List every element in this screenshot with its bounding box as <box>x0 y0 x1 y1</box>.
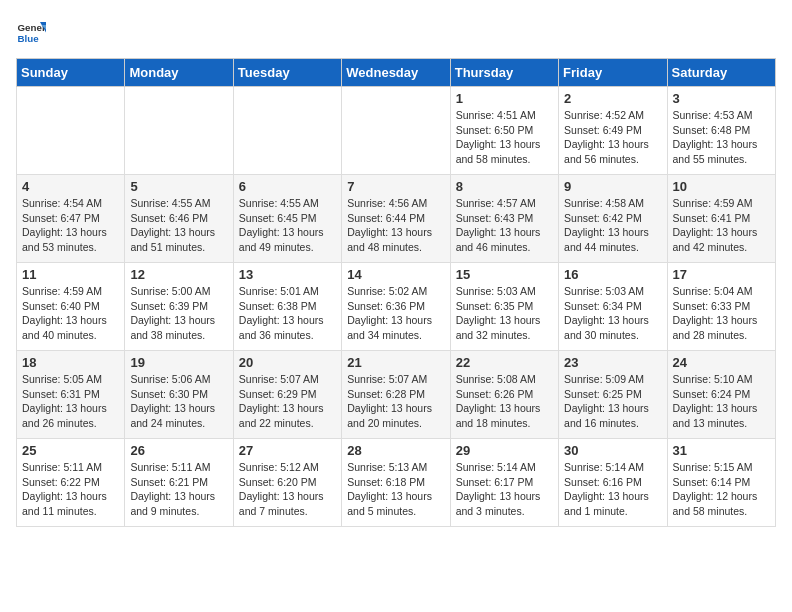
day-info: Sunrise: 5:03 AM Sunset: 6:34 PM Dayligh… <box>564 284 661 343</box>
header-saturday: Saturday <box>667 59 775 87</box>
logo-icon: General Blue <box>16 16 46 46</box>
calendar-cell: 22Sunrise: 5:08 AM Sunset: 6:26 PM Dayli… <box>450 351 558 439</box>
day-number: 16 <box>564 267 661 282</box>
day-info: Sunrise: 4:54 AM Sunset: 6:47 PM Dayligh… <box>22 196 119 255</box>
header-friday: Friday <box>559 59 667 87</box>
day-number: 31 <box>673 443 770 458</box>
calendar-cell <box>342 87 450 175</box>
calendar-cell: 17Sunrise: 5:04 AM Sunset: 6:33 PM Dayli… <box>667 263 775 351</box>
day-info: Sunrise: 4:58 AM Sunset: 6:42 PM Dayligh… <box>564 196 661 255</box>
day-info: Sunrise: 4:56 AM Sunset: 6:44 PM Dayligh… <box>347 196 444 255</box>
day-info: Sunrise: 4:51 AM Sunset: 6:50 PM Dayligh… <box>456 108 553 167</box>
calendar-cell: 6Sunrise: 4:55 AM Sunset: 6:45 PM Daylig… <box>233 175 341 263</box>
calendar-cell: 10Sunrise: 4:59 AM Sunset: 6:41 PM Dayli… <box>667 175 775 263</box>
day-number: 27 <box>239 443 336 458</box>
day-number: 1 <box>456 91 553 106</box>
day-number: 15 <box>456 267 553 282</box>
day-info: Sunrise: 4:59 AM Sunset: 6:40 PM Dayligh… <box>22 284 119 343</box>
day-number: 12 <box>130 267 227 282</box>
day-info: Sunrise: 4:52 AM Sunset: 6:49 PM Dayligh… <box>564 108 661 167</box>
day-number: 8 <box>456 179 553 194</box>
calendar-cell: 18Sunrise: 5:05 AM Sunset: 6:31 PM Dayli… <box>17 351 125 439</box>
day-number: 19 <box>130 355 227 370</box>
calendar-cell <box>17 87 125 175</box>
day-info: Sunrise: 4:57 AM Sunset: 6:43 PM Dayligh… <box>456 196 553 255</box>
calendar-cell: 12Sunrise: 5:00 AM Sunset: 6:39 PM Dayli… <box>125 263 233 351</box>
day-info: Sunrise: 4:55 AM Sunset: 6:45 PM Dayligh… <box>239 196 336 255</box>
calendar-cell: 4Sunrise: 4:54 AM Sunset: 6:47 PM Daylig… <box>17 175 125 263</box>
day-number: 14 <box>347 267 444 282</box>
calendar-cell: 15Sunrise: 5:03 AM Sunset: 6:35 PM Dayli… <box>450 263 558 351</box>
page-header: General Blue <box>16 16 776 46</box>
calendar-week-row: 11Sunrise: 4:59 AM Sunset: 6:40 PM Dayli… <box>17 263 776 351</box>
day-number: 24 <box>673 355 770 370</box>
day-number: 4 <box>22 179 119 194</box>
day-number: 18 <box>22 355 119 370</box>
header-sunday: Sunday <box>17 59 125 87</box>
calendar-cell: 25Sunrise: 5:11 AM Sunset: 6:22 PM Dayli… <box>17 439 125 527</box>
day-info: Sunrise: 5:14 AM Sunset: 6:16 PM Dayligh… <box>564 460 661 519</box>
calendar-week-row: 4Sunrise: 4:54 AM Sunset: 6:47 PM Daylig… <box>17 175 776 263</box>
day-info: Sunrise: 5:07 AM Sunset: 6:29 PM Dayligh… <box>239 372 336 431</box>
calendar-cell: 29Sunrise: 5:14 AM Sunset: 6:17 PM Dayli… <box>450 439 558 527</box>
calendar-cell: 11Sunrise: 4:59 AM Sunset: 6:40 PM Dayli… <box>17 263 125 351</box>
calendar-cell: 23Sunrise: 5:09 AM Sunset: 6:25 PM Dayli… <box>559 351 667 439</box>
day-number: 22 <box>456 355 553 370</box>
day-info: Sunrise: 5:05 AM Sunset: 6:31 PM Dayligh… <box>22 372 119 431</box>
day-info: Sunrise: 5:12 AM Sunset: 6:20 PM Dayligh… <box>239 460 336 519</box>
day-number: 20 <box>239 355 336 370</box>
calendar-cell: 27Sunrise: 5:12 AM Sunset: 6:20 PM Dayli… <box>233 439 341 527</box>
day-info: Sunrise: 5:09 AM Sunset: 6:25 PM Dayligh… <box>564 372 661 431</box>
day-info: Sunrise: 5:11 AM Sunset: 6:22 PM Dayligh… <box>22 460 119 519</box>
calendar-table: SundayMondayTuesdayWednesdayThursdayFrid… <box>16 58 776 527</box>
day-number: 29 <box>456 443 553 458</box>
calendar-cell <box>233 87 341 175</box>
calendar-header-row: SundayMondayTuesdayWednesdayThursdayFrid… <box>17 59 776 87</box>
header-monday: Monday <box>125 59 233 87</box>
header-tuesday: Tuesday <box>233 59 341 87</box>
calendar-cell: 14Sunrise: 5:02 AM Sunset: 6:36 PM Dayli… <box>342 263 450 351</box>
day-number: 9 <box>564 179 661 194</box>
calendar-cell: 20Sunrise: 5:07 AM Sunset: 6:29 PM Dayli… <box>233 351 341 439</box>
calendar-cell: 21Sunrise: 5:07 AM Sunset: 6:28 PM Dayli… <box>342 351 450 439</box>
day-number: 11 <box>22 267 119 282</box>
day-info: Sunrise: 5:07 AM Sunset: 6:28 PM Dayligh… <box>347 372 444 431</box>
day-info: Sunrise: 5:00 AM Sunset: 6:39 PM Dayligh… <box>130 284 227 343</box>
day-number: 5 <box>130 179 227 194</box>
day-info: Sunrise: 5:15 AM Sunset: 6:14 PM Dayligh… <box>673 460 770 519</box>
day-number: 30 <box>564 443 661 458</box>
day-number: 28 <box>347 443 444 458</box>
header-thursday: Thursday <box>450 59 558 87</box>
calendar-cell: 3Sunrise: 4:53 AM Sunset: 6:48 PM Daylig… <box>667 87 775 175</box>
day-info: Sunrise: 5:06 AM Sunset: 6:30 PM Dayligh… <box>130 372 227 431</box>
calendar-cell: 8Sunrise: 4:57 AM Sunset: 6:43 PM Daylig… <box>450 175 558 263</box>
calendar-week-row: 18Sunrise: 5:05 AM Sunset: 6:31 PM Dayli… <box>17 351 776 439</box>
calendar-cell: 24Sunrise: 5:10 AM Sunset: 6:24 PM Dayli… <box>667 351 775 439</box>
day-number: 13 <box>239 267 336 282</box>
day-info: Sunrise: 5:11 AM Sunset: 6:21 PM Dayligh… <box>130 460 227 519</box>
day-info: Sunrise: 5:01 AM Sunset: 6:38 PM Dayligh… <box>239 284 336 343</box>
calendar-cell: 26Sunrise: 5:11 AM Sunset: 6:21 PM Dayli… <box>125 439 233 527</box>
day-info: Sunrise: 4:55 AM Sunset: 6:46 PM Dayligh… <box>130 196 227 255</box>
day-number: 2 <box>564 91 661 106</box>
calendar-cell: 9Sunrise: 4:58 AM Sunset: 6:42 PM Daylig… <box>559 175 667 263</box>
day-info: Sunrise: 5:04 AM Sunset: 6:33 PM Dayligh… <box>673 284 770 343</box>
calendar-cell: 28Sunrise: 5:13 AM Sunset: 6:18 PM Dayli… <box>342 439 450 527</box>
calendar-week-row: 1Sunrise: 4:51 AM Sunset: 6:50 PM Daylig… <box>17 87 776 175</box>
calendar-cell: 7Sunrise: 4:56 AM Sunset: 6:44 PM Daylig… <box>342 175 450 263</box>
day-number: 21 <box>347 355 444 370</box>
day-info: Sunrise: 4:53 AM Sunset: 6:48 PM Dayligh… <box>673 108 770 167</box>
calendar-cell: 5Sunrise: 4:55 AM Sunset: 6:46 PM Daylig… <box>125 175 233 263</box>
day-number: 10 <box>673 179 770 194</box>
calendar-cell: 16Sunrise: 5:03 AM Sunset: 6:34 PM Dayli… <box>559 263 667 351</box>
day-number: 3 <box>673 91 770 106</box>
day-number: 7 <box>347 179 444 194</box>
day-number: 26 <box>130 443 227 458</box>
header-wednesday: Wednesday <box>342 59 450 87</box>
calendar-week-row: 25Sunrise: 5:11 AM Sunset: 6:22 PM Dayli… <box>17 439 776 527</box>
calendar-cell: 13Sunrise: 5:01 AM Sunset: 6:38 PM Dayli… <box>233 263 341 351</box>
calendar-cell: 1Sunrise: 4:51 AM Sunset: 6:50 PM Daylig… <box>450 87 558 175</box>
calendar-cell <box>125 87 233 175</box>
svg-text:Blue: Blue <box>18 33 40 44</box>
day-info: Sunrise: 5:03 AM Sunset: 6:35 PM Dayligh… <box>456 284 553 343</box>
